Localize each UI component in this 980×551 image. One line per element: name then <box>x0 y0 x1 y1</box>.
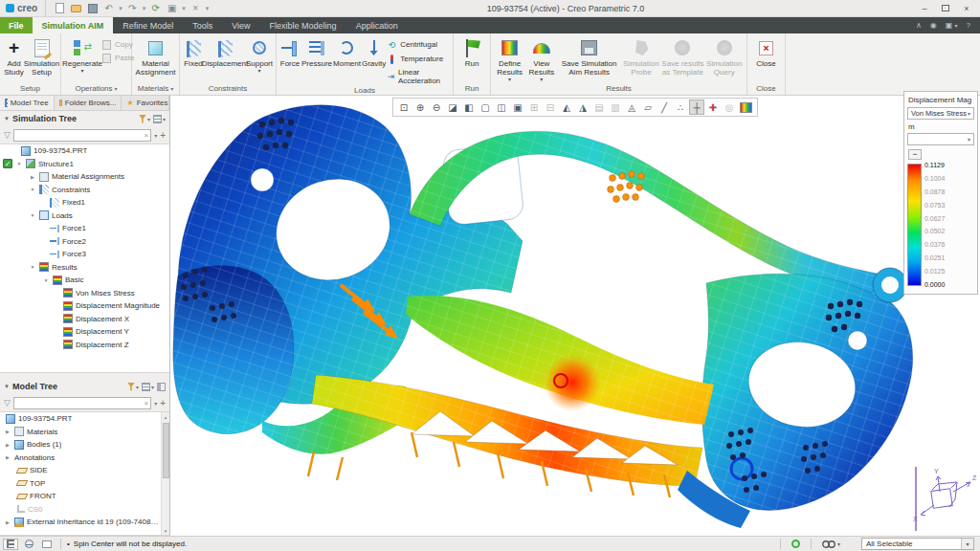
window-caret-icon[interactable]: ▾ <box>182 5 186 12</box>
expand-caret-icon[interactable]: ▼ <box>29 212 36 218</box>
group-label-materials[interactable]: Materials▾ <box>132 82 179 95</box>
simulation-tree-search-input[interactable]: × <box>13 129 151 142</box>
simulation-setup-button[interactable]: Simulation Setup <box>26 36 57 77</box>
tab-file[interactable]: File <box>0 17 33 33</box>
render-icon[interactable]: ⊟ <box>543 99 558 115</box>
material-assignment-button[interactable]: Material Assignment <box>135 36 176 77</box>
copy-button[interactable]: Copy <box>101 39 134 50</box>
graphics-area[interactable]: ⊡ ⊕ ⊖ ◪ ◧ ▢ ◫ ▣ ⊞ ⊟ ◭ ◮ ▤ ▥ ◬ ▱ ╱ ∴ ┼ ✚ … <box>170 96 980 536</box>
fixed-button[interactable]: Fixed <box>183 36 204 68</box>
user-account-icon[interactable]: ◉ <box>930 21 937 30</box>
expand-caret-icon[interactable]: ▼ <box>29 264 36 270</box>
tree-item[interactable]: ▼ Results <box>0 261 169 275</box>
model-tree-scrollbar[interactable]: ▴ ▾ <box>161 412 169 535</box>
clear-search-icon[interactable]: × <box>144 399 148 408</box>
tree-filters-button[interactable]: ▾ <box>139 115 150 123</box>
tree-settings-button[interactable]: ▾ <box>142 383 154 391</box>
tree-item[interactable]: Force1 <box>0 222 169 235</box>
collapse-legend-button[interactable]: − <box>908 149 922 160</box>
regeneration-status-icon[interactable] <box>791 540 800 548</box>
expand-caret-icon[interactable]: ▶ <box>4 519 11 525</box>
browser-toggle-button[interactable] <box>21 539 36 550</box>
model-tree-search-input[interactable]: × <box>13 397 151 409</box>
tab-application[interactable]: Application <box>346 17 408 33</box>
selection-filter-caret-icon[interactable]: ▾ <box>961 539 973 549</box>
tree-item[interactable]: ▼ Constraints <box>0 184 169 197</box>
save-simulation-aim-results-button[interactable]: Save Simulation Aim Results <box>557 36 620 77</box>
display-style-icon[interactable]: ▢ <box>478 99 493 115</box>
result-quantity-select[interactable]: Von Mises Stress ▾ <box>907 107 974 120</box>
clear-search-icon[interactable]: × <box>144 131 148 140</box>
close-button[interactable]: × <box>957 2 976 15</box>
subframe-model[interactable] <box>173 105 913 528</box>
selection-filter-combobox[interactable]: All Selectable ▾ <box>861 538 974 550</box>
regenerate-caret-icon[interactable]: ▾ <box>80 68 83 74</box>
tab-folder-browser[interactable]: Folder Brows... <box>55 96 122 110</box>
tree-item[interactable]: ▶ Bodies (1) <box>0 438 169 452</box>
legend-options-select[interactable]: ▾ <box>907 133 974 145</box>
tree-item[interactable]: Von Mises Stress <box>0 287 169 300</box>
tree-columns-button[interactable] <box>157 383 166 391</box>
tree-item[interactable]: Force3 <box>0 248 169 261</box>
overlay-icon[interactable]: ▤ <box>591 99 607 115</box>
open-file-icon[interactable] <box>70 3 82 14</box>
expand-caret-icon[interactable]: ▼ <box>29 187 36 192</box>
force-button[interactable]: Force <box>279 36 301 68</box>
find-button[interactable]: ▾ <box>822 540 840 549</box>
pressure-button[interactable]: Pressure <box>301 36 332 68</box>
tree-item[interactable]: 109-93754.PRT <box>0 412 169 426</box>
tree-filters-button[interactable]: ▾ <box>127 383 139 391</box>
refit-icon[interactable]: ⊡ <box>396 99 412 115</box>
paste-button[interactable]: Paste <box>101 53 134 63</box>
simulation-query-button[interactable]: Simulation Query <box>704 36 744 77</box>
tab-model-tree[interactable]: Model Tree <box>0 96 55 110</box>
add-study-button[interactable]: + Add Study <box>3 36 25 77</box>
displacement-button[interactable]: Displacement <box>205 36 245 68</box>
expand-caret-icon[interactable]: ▶ <box>29 174 36 180</box>
console-toggle-button[interactable] <box>39 539 55 550</box>
redo-caret-icon[interactable]: ▾ <box>143 5 146 12</box>
window-switch-icon[interactable]: ▣ <box>166 3 178 14</box>
scroll-down-icon[interactable]: ▾ <box>165 526 167 535</box>
triad-icon[interactable]: ✚ <box>705 99 721 115</box>
collapse-section-icon[interactable]: ▼ <box>4 384 10 389</box>
restore-button[interactable] <box>936 2 955 15</box>
centrifugal-button[interactable]: ⟲ Centrifugal <box>387 39 450 50</box>
tree-item[interactable]: ▶ Annotations <box>0 452 169 465</box>
close-window-icon[interactable]: × <box>189 3 202 14</box>
saved-orientations-icon[interactable]: ◫ <box>494 99 509 115</box>
save-results-as-template-button[interactable]: Save results as Template <box>661 36 703 77</box>
fea-model-view[interactable]: X Y Z <box>170 96 980 536</box>
tab-tools[interactable]: Tools <box>183 17 222 33</box>
scroll-up-icon[interactable]: ▴ <box>165 412 167 421</box>
scrollbar-thumb[interactable] <box>163 423 169 478</box>
tree-item[interactable]: Displacement Magnitude <box>0 299 169 313</box>
shade-icon[interactable]: ◧ <box>461 99 477 115</box>
save-icon[interactable] <box>86 3 99 14</box>
scene-icon[interactable]: ▥ <box>608 99 623 115</box>
view-manager-icon[interactable]: ▣ <box>510 99 525 115</box>
group-label-operations[interactable]: Operations▾ <box>61 82 131 95</box>
linear-acceleration-button[interactable]: ⇥ Linear Acceleration <box>387 68 450 85</box>
collapse-section-icon[interactable]: ▼ <box>4 116 10 121</box>
tree-item[interactable]: SIDE <box>0 464 169 477</box>
run-button[interactable]: Run <box>457 36 486 68</box>
section-icon[interactable]: ◭ <box>559 99 574 115</box>
undo-caret-icon[interactable]: ▾ <box>119 5 122 12</box>
annotations-icon[interactable]: ◬ <box>624 99 639 115</box>
minimize-ribbon-icon[interactable]: ∧ <box>916 21 922 30</box>
tree-item[interactable]: ▶ Materials <box>0 426 169 439</box>
tree-item[interactable]: ▶ Material Assignments <box>0 170 169 184</box>
tree-item[interactable]: ✓ ▼ Structure1 <box>0 158 169 171</box>
tab-refine-model[interactable]: Refine Model <box>113 17 183 33</box>
legend-display-icon[interactable] <box>740 102 752 113</box>
moment-button[interactable]: Moment <box>333 36 361 68</box>
new-file-icon[interactable] <box>54 3 66 14</box>
search-options-caret-icon[interactable]: ▾ <box>154 400 157 407</box>
tab-view[interactable]: View <box>222 17 259 33</box>
expand-caret-icon[interactable]: ▶ <box>4 454 11 460</box>
spin-center-icon[interactable]: ◎ <box>722 99 737 115</box>
undo-icon[interactable]: ↶ <box>102 3 115 14</box>
tree-item[interactable]: Force2 <box>0 235 169 249</box>
regenerate-icon[interactable]: ⟳ <box>149 3 162 14</box>
